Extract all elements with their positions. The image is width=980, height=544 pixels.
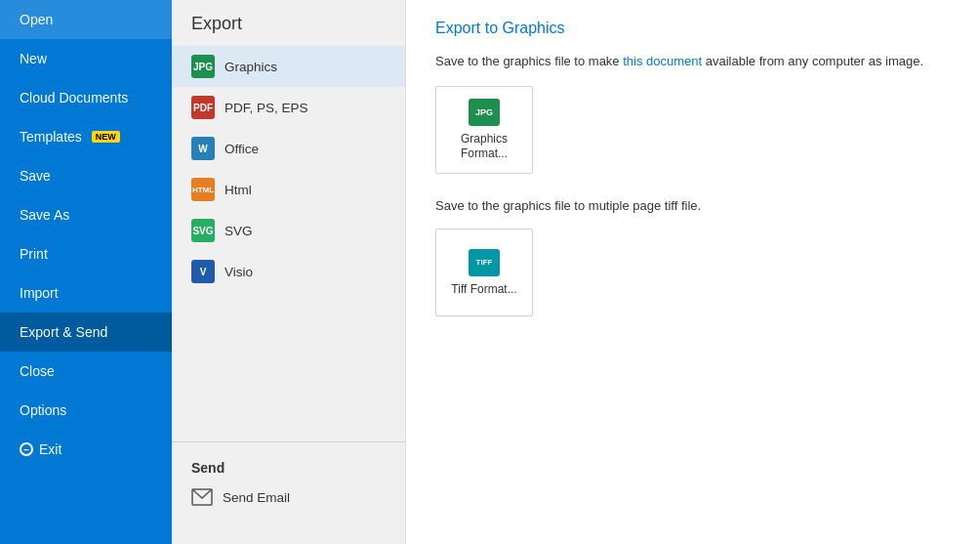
export-item-visio[interactable]: V Visio <box>172 251 405 292</box>
sidebar-item-label: Save As <box>20 207 69 223</box>
sidebar-item-label: Close <box>20 363 55 379</box>
sidebar-item-label: Options <box>20 402 66 418</box>
sidebar-item-label: Print <box>20 246 48 262</box>
jpg-icon: JPG <box>191 55 215 78</box>
sidebar-item-label: New <box>20 51 47 66</box>
jpg-format-icon: JPG <box>469 99 500 126</box>
send-email-item[interactable]: Send Email <box>172 480 405 515</box>
new-badge: NEW <box>92 131 120 143</box>
sidebar: Open New Cloud Documents Templates NEW S… <box>0 0 172 544</box>
sidebar-item-label: Export & Send <box>20 324 107 340</box>
export-item-pdf[interactable]: PDF PDF, PS, EPS <box>172 87 405 128</box>
html-icon: HTML <box>191 178 215 201</box>
tiff-format-icon: TIFF <box>469 249 500 276</box>
export-item-html[interactable]: HTML Html <box>172 169 405 210</box>
exit-icon: – <box>20 442 33 456</box>
sidebar-item-save[interactable]: Save <box>0 156 172 195</box>
svg-icon: SVG <box>191 219 215 242</box>
export-item-label: SVG <box>225 224 253 238</box>
sidebar-item-label: Open <box>20 12 53 27</box>
visio-icon: V <box>191 260 215 283</box>
export-item-graphics[interactable]: JPG Graphics <box>172 46 405 87</box>
format-cards-row2: TIFF Tiff Format... <box>435 229 951 316</box>
sidebar-item-templates[interactable]: Templates NEW <box>0 117 172 156</box>
sidebar-item-exit[interactable]: – Exit <box>0 430 172 469</box>
sidebar-item-label: Save <box>20 168 51 184</box>
graphics-format-label: Graphics Format... <box>444 132 524 162</box>
tiff-format-card[interactable]: TIFF Tiff Format... <box>435 229 533 316</box>
sidebar-item-import[interactable]: Import <box>0 273 172 313</box>
main-content: Export to Graphics Save to the graphics … <box>406 0 980 544</box>
graphics-format-card[interactable]: JPG Graphics Format... <box>435 86 533 174</box>
email-icon <box>191 488 213 506</box>
export-panel-title: Export <box>172 0 405 46</box>
export-item-label: Graphics <box>225 60 277 74</box>
divider <box>172 441 405 442</box>
sidebar-item-label: Cloud Documents <box>20 90 128 105</box>
sidebar-item-new[interactable]: New <box>0 39 172 78</box>
sidebar-item-open[interactable]: Open <box>0 0 172 39</box>
sidebar-item-save-as[interactable]: Save As <box>0 195 172 234</box>
sidebar-item-label: Templates <box>20 129 82 145</box>
sidebar-item-close[interactable]: Close <box>0 352 172 391</box>
sidebar-item-cloud-documents[interactable]: Cloud Documents <box>0 78 172 117</box>
sidebar-item-print[interactable]: Print <box>0 234 172 273</box>
sidebar-item-export-send[interactable]: Export & Send <box>0 313 172 352</box>
sidebar-item-options[interactable]: Options <box>0 391 172 430</box>
format-cards-row1: JPG Graphics Format... <box>435 86 951 174</box>
export-item-label: Office <box>225 142 259 156</box>
pdf-icon: PDF <box>191 96 215 119</box>
description-2: Save to the graphics file to mutiple pag… <box>435 197 951 215</box>
main-title: Export to Graphics <box>435 20 951 37</box>
sidebar-item-label: Import <box>20 285 59 301</box>
export-item-label: Html <box>225 183 252 197</box>
export-item-svg[interactable]: SVG SVG <box>172 210 405 251</box>
export-item-office[interactable]: W Office <box>172 128 405 169</box>
sidebar-item-label: Exit <box>39 441 61 457</box>
export-panel: Export JPG Graphics PDF PDF, PS, EPS W O… <box>172 0 406 544</box>
export-item-label: Visio <box>225 265 253 279</box>
send-email-label: Send Email <box>223 490 290 505</box>
office-icon: W <box>191 137 215 160</box>
send-section-header: Send <box>172 450 405 480</box>
description-1: Save to the graphics file to make this d… <box>435 53 951 70</box>
export-item-label: PDF, PS, EPS <box>225 101 308 115</box>
tiff-format-label: Tiff Format... <box>451 282 516 298</box>
